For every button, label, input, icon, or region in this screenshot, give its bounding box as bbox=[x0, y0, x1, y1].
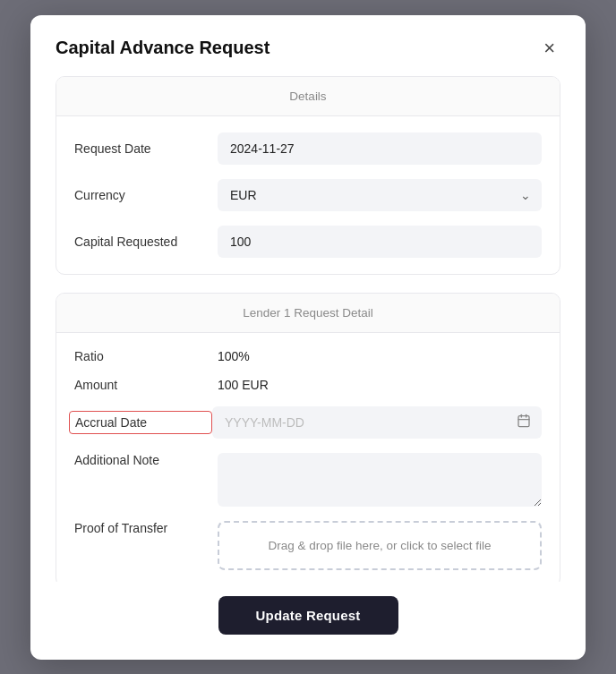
accrual-date-wrapper bbox=[212, 406, 542, 439]
amount-value: 100 EUR bbox=[218, 378, 542, 392]
accrual-date-input[interactable] bbox=[212, 406, 542, 439]
update-request-button[interactable]: Update Request bbox=[218, 596, 398, 635]
lender-section-header: Lender 1 Request Detail bbox=[56, 294, 560, 333]
modal-body: Details Request Date Currency EUR USD bbox=[30, 76, 586, 582]
modal-dialog: Capital Advance Request × Details Reques… bbox=[30, 15, 586, 660]
currency-label: Currency bbox=[74, 188, 218, 202]
currency-row: Currency EUR USD GBP ⌄ bbox=[74, 179, 542, 211]
file-upload-area[interactable]: Drag & drop file here, or click to selec… bbox=[218, 521, 542, 570]
details-section: Details Request Date Currency EUR USD bbox=[56, 76, 560, 275]
modal-footer: Update Request bbox=[30, 582, 586, 660]
currency-select[interactable]: EUR USD GBP bbox=[218, 179, 542, 211]
ratio-value: 100% bbox=[218, 349, 542, 363]
ratio-label: Ratio bbox=[74, 349, 218, 363]
capital-requested-input[interactable] bbox=[218, 226, 542, 258]
currency-select-wrapper: EUR USD GBP ⌄ bbox=[218, 179, 542, 211]
proof-of-transfer-label: Proof of Transfer bbox=[74, 521, 218, 535]
capital-requested-row: Capital Requested bbox=[74, 226, 542, 258]
lender-section: Lender 1 Request Detail Ratio 100% Amoun… bbox=[56, 293, 560, 582]
additional-note-textarea[interactable] bbox=[218, 453, 542, 507]
lender-section-body: Ratio 100% Amount 100 EUR Accrual Date bbox=[56, 333, 560, 582]
proof-of-transfer-row: Proof of Transfer Drag & drop file here,… bbox=[74, 521, 542, 570]
accrual-date-row: Accrual Date bbox=[74, 406, 542, 439]
modal-overlay: Capital Advance Request × Details Reques… bbox=[0, 0, 616, 674]
amount-row: Amount 100 EUR bbox=[74, 378, 542, 392]
additional-note-row: Additional Note bbox=[74, 453, 542, 507]
file-upload-text: Drag & drop file here, or click to selec… bbox=[268, 539, 491, 552]
additional-note-label: Additional Note bbox=[74, 453, 218, 467]
request-date-label: Request Date bbox=[74, 141, 218, 156]
modal-title: Capital Advance Request bbox=[56, 38, 270, 58]
details-section-header: Details bbox=[56, 77, 560, 116]
request-date-row: Request Date bbox=[74, 132, 542, 165]
details-section-body: Request Date Currency EUR USD GBP ⌄ bbox=[56, 116, 560, 274]
ratio-row: Ratio 100% bbox=[74, 349, 542, 363]
close-button[interactable]: × bbox=[538, 37, 560, 60]
request-date-input[interactable] bbox=[218, 132, 542, 165]
accrual-date-label: Accrual Date bbox=[69, 411, 212, 434]
capital-requested-label: Capital Requested bbox=[74, 235, 218, 249]
amount-label: Amount bbox=[74, 378, 218, 392]
modal-header: Capital Advance Request × bbox=[30, 15, 586, 76]
